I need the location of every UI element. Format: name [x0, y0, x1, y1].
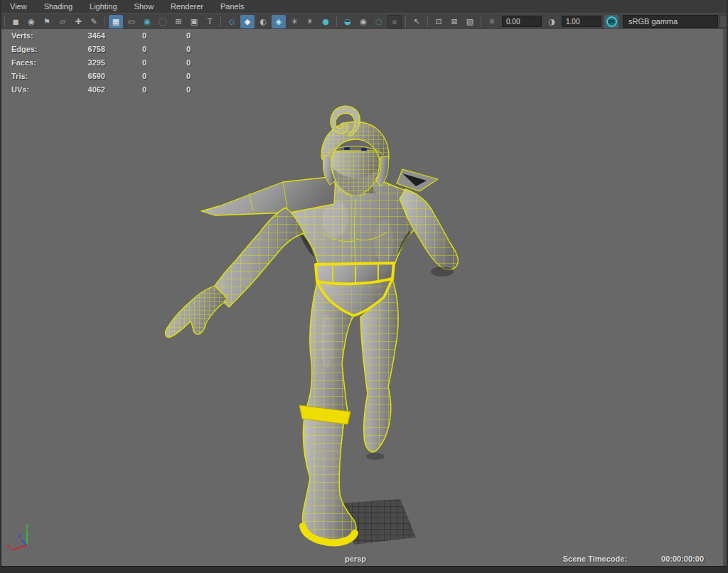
- field-chart-icon[interactable]: ⊞: [171, 15, 186, 28]
- scene-render: [0, 28, 728, 567]
- camera-attributes-icon[interactable]: ◉: [24, 15, 38, 28]
- toolbar-separator: [405, 16, 406, 27]
- bookmark-icon[interactable]: ⚑: [40, 15, 54, 28]
- film-gate-icon[interactable]: ▭: [124, 15, 139, 28]
- contrast-icon[interactable]: ◑: [545, 15, 559, 28]
- toolbar-separator: [427, 16, 428, 27]
- toolbar-separator: [220, 16, 221, 27]
- view-transform-dropdown[interactable]: sRGB gamma: [623, 15, 718, 28]
- wireframe-on-shaded-icon[interactable]: ◈: [272, 15, 286, 28]
- grid-icon[interactable]: ▦: [109, 15, 123, 28]
- grease-pencil-icon[interactable]: ✎: [87, 15, 101, 28]
- lighting-icon[interactable]: ☀: [303, 15, 317, 28]
- motion-blur-icon[interactable]: ◉: [356, 15, 370, 28]
- toolbar-separator: [481, 16, 481, 27]
- wireframe-icon[interactable]: ◇: [225, 15, 239, 28]
- isolate-select-icon[interactable]: ⊡: [432, 15, 446, 28]
- safe-action-icon[interactable]: ▣: [187, 15, 201, 28]
- depth-of-field-icon[interactable]: ◌: [372, 15, 386, 28]
- image-plane-icon[interactable]: ▱: [55, 15, 70, 28]
- toolbar-separator: [336, 16, 337, 27]
- default-material-icon[interactable]: ✳: [287, 15, 301, 28]
- exposure-field[interactable]: [502, 16, 542, 27]
- axis-z-label: z: [18, 532, 21, 540]
- panel-menubar: View Shading Lighting Show Renderer Pane…: [0, 0, 728, 13]
- scene-timecode-label: Scene Timecode:: [563, 555, 627, 563]
- menu-show[interactable]: Show: [134, 2, 154, 11]
- bottom-hud: persp Scene Timecode: 00:00:00:00: [0, 555, 728, 564]
- maya-viewport-panel: View Shading Lighting Show Renderer Pane…: [0, 0, 728, 573]
- gate-mask-icon[interactable]: ◯: [156, 15, 170, 28]
- dropdown-group: sRGB gamma▼: [620, 15, 728, 28]
- toolbar-separator: [105, 16, 105, 27]
- eye-left: [344, 147, 350, 150]
- menu-panels[interactable]: Panels: [220, 2, 245, 11]
- menu-renderer[interactable]: Renderer: [171, 2, 203, 11]
- poly-count-hud: Verts:346400 Edges:675800 Faces:329500 T…: [11, 31, 191, 94]
- view-axis-gizmo: y x z: [6, 520, 43, 557]
- shaded-icon[interactable]: ◆: [240, 15, 255, 28]
- exposure-icon[interactable]: ☼: [485, 15, 499, 28]
- axis-x-label: x: [7, 542, 11, 550]
- axis-y-label: y: [26, 522, 29, 529]
- menu-shading[interactable]: Shading: [44, 2, 73, 11]
- occlusion-icon[interactable]: ◒: [341, 15, 355, 28]
- textured-icon[interactable]: ◐: [256, 15, 270, 28]
- eye-right: [361, 148, 367, 151]
- multisample-icon[interactable]: ▪: [387, 15, 402, 28]
- color-management-toggle[interactable]: ON: [604, 15, 619, 28]
- viewport-3d[interactable]: Verts:346400 Edges:675800 Faces:329500 T…: [0, 28, 728, 567]
- window-left-border: [0, 0, 1, 573]
- on-badge: ON: [606, 16, 617, 27]
- resolution-gate-icon[interactable]: ◉: [140, 15, 154, 28]
- shadows-icon[interactable]: ●: [318, 15, 333, 28]
- scene-timecode-value: 00:00:00:00: [661, 555, 704, 563]
- zoom-region-icon[interactable]: ▧: [463, 15, 477, 28]
- menu-view[interactable]: View: [10, 2, 27, 11]
- shoulder-fin-right: [397, 169, 438, 191]
- object-selection-icon[interactable]: ↖: [410, 15, 424, 28]
- toolbar: ◼◉⚑▱✚✎▦▭◉◯⊞▣T◇◆◐◈✳☀●◒◉◌▪↖⊡⊠▧☼◑ONsRGB gam…: [0, 13, 728, 29]
- menu-lighting[interactable]: Lighting: [90, 2, 117, 11]
- gamma-field[interactable]: [562, 16, 601, 27]
- toolbar-separator: [4, 16, 5, 27]
- view-stack-icon[interactable]: ⊠: [447, 15, 461, 28]
- select-camera-icon[interactable]: ◼: [9, 15, 23, 28]
- character-mesh[interactable]: [166, 106, 459, 542]
- window-bottom-strip: [0, 566, 728, 573]
- safe-title-icon[interactable]: T: [203, 15, 217, 28]
- pan-zoom-icon[interactable]: ✚: [71, 15, 85, 28]
